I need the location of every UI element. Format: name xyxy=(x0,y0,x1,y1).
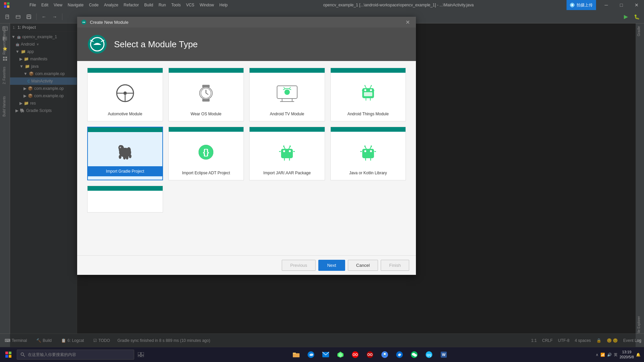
module-card-import-gradle[interactable]: Import Gradle Project xyxy=(87,127,163,180)
android-studio-header-icon xyxy=(87,34,107,54)
debug-button[interactable]: 🐛 xyxy=(632,12,641,21)
svg-text:{}: {} xyxy=(203,147,209,157)
finish-button[interactable]: Finish xyxy=(381,260,409,271)
menu-help[interactable]: Help xyxy=(217,0,230,10)
module-card-java-kotlin[interactable]: Java or Kotlin Library xyxy=(330,127,406,180)
menu-view[interactable]: View xyxy=(51,0,65,10)
maximize-button[interactable]: □ xyxy=(614,0,629,10)
favorites-label[interactable]: 2: Favorites xyxy=(1,64,7,87)
menu-analyze[interactable]: Analyze xyxy=(101,0,121,10)
android-things-label: Android Things Module xyxy=(345,110,391,118)
svg-point-26 xyxy=(83,22,83,22)
menu-window[interactable]: Window xyxy=(197,0,217,10)
menu-code[interactable]: Code xyxy=(86,0,101,10)
resource-manager-label[interactable]: Resource Manager xyxy=(1,23,7,57)
taskbar-app-8[interactable]: W xyxy=(437,347,450,362)
taskbar-app-5[interactable] xyxy=(393,347,406,362)
tray-up-arrow[interactable]: ∧ xyxy=(596,353,598,357)
cancel-button[interactable]: Cancel xyxy=(348,260,378,271)
module-card-more[interactable] xyxy=(87,186,163,213)
taskbar-apps: OO OO xyxy=(148,347,592,362)
menu-run[interactable]: Run xyxy=(156,0,169,10)
gradle-panel-label[interactable]: Gradle xyxy=(636,23,644,39)
card-header-import-gradle xyxy=(88,127,162,132)
build-variants-label[interactable]: Build Variants xyxy=(1,94,7,119)
taskbar-app-7[interactable]: QQ xyxy=(422,347,436,362)
menu-refactor[interactable]: Refactor xyxy=(121,0,142,10)
taskbar-search[interactable]: 在这里输入你要搜索的内容 xyxy=(17,350,134,360)
svg-rect-107 xyxy=(293,353,296,354)
taskbar-clock[interactable]: 13:19 2020/5/8 xyxy=(620,350,634,360)
svg-rect-53 xyxy=(364,92,372,96)
taskbar-tray: ∧ 📶 🔊 英 13:19 2020/5/8 🔔 xyxy=(592,350,644,360)
svg-rect-74 xyxy=(281,149,293,158)
taskbar-app-2[interactable]: OO xyxy=(348,347,362,362)
app2-icon: OO xyxy=(352,351,359,358)
card-header-android-things xyxy=(331,68,406,73)
back-button[interactable]: ← xyxy=(39,12,49,21)
forward-button[interactable]: → xyxy=(50,12,59,21)
start-button[interactable] xyxy=(0,347,17,362)
taskbar-app-6[interactable] xyxy=(408,347,421,362)
taskbar-app-3[interactable]: OO xyxy=(363,347,377,362)
more-icon-container xyxy=(122,191,128,209)
minimize-button[interactable]: ─ xyxy=(599,0,614,10)
app3-icon: OO xyxy=(366,351,374,358)
dialog-body: Automotive Module Wear OS Module xyxy=(77,61,416,255)
card-header-wear-os xyxy=(169,68,244,73)
save-button[interactable] xyxy=(24,12,34,21)
svg-point-100 xyxy=(21,353,24,356)
import-gradle-label: Import Gradle Project xyxy=(88,166,162,176)
new-file-button[interactable] xyxy=(3,12,12,21)
taskbar-file-explorer[interactable] xyxy=(289,347,303,362)
taskbar-app-4[interactable] xyxy=(378,347,391,362)
previous-button[interactable]: Previous xyxy=(282,260,316,271)
svg-line-59 xyxy=(370,86,371,88)
tray-network-icon[interactable]: 📶 xyxy=(600,353,605,357)
module-card-import-eclipse[interactable]: {} Import Eclipse ADT Project xyxy=(168,127,244,180)
task-view-button[interactable] xyxy=(134,347,148,362)
tray-notification-icon[interactable]: 🔔 xyxy=(636,353,641,357)
gradle-icon-container xyxy=(112,132,139,166)
svg-point-84 xyxy=(289,145,291,147)
edge-icon xyxy=(307,351,315,358)
close-button[interactable]: ✕ xyxy=(629,0,644,10)
menu-vcs[interactable]: VCS xyxy=(183,0,197,10)
next-button[interactable]: Next xyxy=(318,260,345,271)
module-card-android-things[interactable]: Android Things Module xyxy=(330,68,406,121)
card-header-android-tv xyxy=(250,68,325,73)
svg-rect-3 xyxy=(7,5,9,8)
open-button[interactable] xyxy=(13,12,23,21)
automotive-label: Automotive Module xyxy=(105,110,145,118)
menu-file[interactable]: File xyxy=(27,0,39,10)
tray-volume-icon[interactable]: 🔊 xyxy=(607,353,612,357)
menu-navigate[interactable]: Navigate xyxy=(65,0,86,10)
module-card-android-tv[interactable]: Android TV Module xyxy=(249,68,325,121)
tray-input-icon[interactable]: 英 xyxy=(614,352,618,357)
taskbar-edge[interactable] xyxy=(304,347,318,362)
dialog-footer: Previous Next Cancel Finish xyxy=(77,255,416,275)
module-card-wear-os[interactable]: Wear OS Module xyxy=(168,68,244,121)
card-header-import-jar xyxy=(250,127,325,132)
svg-rect-105 xyxy=(141,356,144,357)
module-card-automotive[interactable]: Automotive Module xyxy=(87,68,163,121)
svg-point-61 xyxy=(371,85,372,86)
dialog-close-button[interactable]: ✕ xyxy=(404,18,412,26)
svg-line-93 xyxy=(370,146,371,149)
upload-button[interactable]: 拍摄上传 xyxy=(567,0,596,10)
svg-rect-98 xyxy=(5,355,8,358)
module-card-import-jar[interactable]: Import JAR/.AAR Package xyxy=(249,127,325,180)
window-controls: 拍摄上传 ─ □ ✕ xyxy=(567,0,644,10)
task-view-icon xyxy=(138,352,144,357)
wear-os-icon-container xyxy=(194,73,218,110)
run-button[interactable]: ▶ xyxy=(621,12,631,21)
svg-point-5 xyxy=(571,4,573,6)
android-tv-icon xyxy=(275,84,299,103)
svg-rect-0 xyxy=(4,2,6,5)
menu-tools[interactable]: Tools xyxy=(169,0,183,10)
taskbar-app-1[interactable] xyxy=(334,347,347,362)
menu-edit[interactable]: Edit xyxy=(39,0,51,10)
taskbar-mail[interactable] xyxy=(319,347,332,362)
menu-build[interactable]: Build xyxy=(142,0,156,10)
svg-rect-99 xyxy=(9,355,11,358)
